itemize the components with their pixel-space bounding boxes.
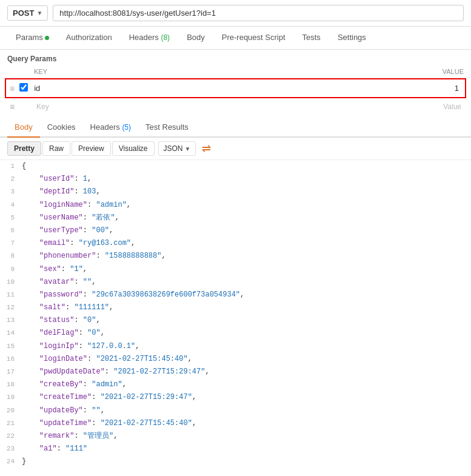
json-key: "loginIp" <box>39 342 79 350</box>
line-content: "sex": "1", <box>22 264 471 275</box>
json-key: "userName" <box>39 213 83 222</box>
json-value: "2021-02-27T15:45:40" <box>101 419 192 427</box>
tab-tests[interactable]: Tests <box>294 27 329 49</box>
wrap-icon[interactable]: ⇌ <box>202 142 211 155</box>
tab-authorization[interactable]: Authorization <box>58 27 121 49</box>
format-type-label: JSON <box>164 144 183 153</box>
line-number: 16 <box>0 354 22 365</box>
format-btn-preview[interactable]: Preview <box>72 141 111 156</box>
json-line: 2 "userId": 1, <box>0 173 471 186</box>
param-value-placeholder[interactable]: Value <box>413 102 461 111</box>
json-line: 14 "delFlag": "0", <box>0 327 471 340</box>
json-value: "2021-02-27T15:29:47" <box>113 367 205 376</box>
param-checkbox-cell[interactable] <box>17 82 32 95</box>
line-content: "email": "ry@163.com", <box>22 238 471 249</box>
tab-pre-request[interactable]: Pre-request Script <box>213 27 294 49</box>
param-key-placeholder[interactable]: Key <box>36 102 413 111</box>
line-number: 22 <box>0 431 22 442</box>
line-number: 11 <box>0 290 22 301</box>
format-btn-visualize[interactable]: Visualize <box>112 141 155 156</box>
json-value: "2021-02-27T15:45:40" <box>96 355 187 363</box>
tab-settings[interactable]: Settings <box>329 27 375 49</box>
param-row-highlighted: ≡ id 1 <box>5 78 466 98</box>
json-key: "phonenumber" <box>39 252 96 260</box>
param-value-value: 1 <box>455 84 459 93</box>
format-btn-raw[interactable]: Raw <box>42 141 70 156</box>
line-number: 4 <box>0 200 22 211</box>
line-content: "loginIp": "127.0.0.1", <box>22 341 471 352</box>
format-toolbar: Pretty Raw Preview Visualize JSON ▼ ⇌ <box>0 138 471 160</box>
json-line: 5 "userName": "若依", <box>0 212 471 224</box>
param-key-value: id <box>34 84 40 93</box>
sub-tab-headers[interactable]: Headers (5) <box>83 118 138 138</box>
json-line: 8 "phonenumber": "15888888888", <box>0 250 471 263</box>
json-key: "pwdUpdateDate" <box>39 367 105 376</box>
sub-tab-body[interactable]: Body <box>7 118 40 138</box>
line-number: 14 <box>0 328 22 339</box>
line-content: "phonenumber": "15888888888", <box>22 250 471 262</box>
json-line: 10 "avatar": "", <box>0 276 471 289</box>
json-line: 17 "pwdUpdateDate": "2021-02-27T15:29:47… <box>0 366 471 378</box>
param-checkbox[interactable] <box>19 83 28 92</box>
json-key: "createTime" <box>39 393 92 401</box>
line-number: 20 <box>0 406 22 417</box>
json-value: "111" <box>65 444 87 453</box>
line-number: 24 <box>0 457 22 468</box>
json-key: "updateBy" <box>39 406 83 415</box>
drag-handle-icon: ≡ <box>10 84 15 93</box>
json-value: "111111" <box>74 303 109 312</box>
line-content: "delFlag": "0", <box>22 327 471 339</box>
sub-tab-test-results[interactable]: Test Results <box>138 118 196 138</box>
json-value: "00" <box>92 226 109 235</box>
line-number: 5 <box>0 213 22 224</box>
line-content: "loginDate": "2021-02-27T15:45:40", <box>22 354 471 365</box>
json-value: "2021-02-27T15:29:47" <box>101 393 192 401</box>
tab-headers[interactable]: Headers (8) <box>121 27 178 49</box>
line-content: "status": "0", <box>22 315 471 326</box>
line-content: "userId": 1, <box>22 173 471 185</box>
json-key: "email" <box>39 239 70 247</box>
format-type-select[interactable]: JSON ▼ <box>158 141 196 156</box>
json-line: 4 "loginName": "admin", <box>0 199 471 212</box>
line-content: "password": "29c67a30398638269fe600f73a0… <box>22 289 471 301</box>
json-key: "deptId" <box>39 187 75 196</box>
param-empty-row: ≡ Key Value <box>0 99 471 114</box>
drag-handle-icon-2: ≡ <box>10 102 24 112</box>
json-response-area: 1{2 "userId": 1,3 "deptId": 103,4 "login… <box>0 160 471 475</box>
sub-tabs: Body Cookies Headers (5) Test Results <box>0 118 471 138</box>
json-line: 20 "updateBy": "", <box>0 404 471 417</box>
line-number: 9 <box>0 264 22 275</box>
line-number: 2 <box>0 174 22 185</box>
tab-body[interactable]: Body <box>178 27 213 49</box>
line-content: "createBy": "admin", <box>22 379 471 391</box>
url-input[interactable] <box>53 5 464 21</box>
json-line: 3 "deptId": 103, <box>0 186 471 198</box>
line-number: 12 <box>0 303 22 313</box>
line-number: 17 <box>0 367 22 378</box>
sub-tab-cookies[interactable]: Cookies <box>40 118 83 138</box>
method-select[interactable]: POST ▼ <box>7 5 48 21</box>
json-value: "15888888888" <box>105 252 162 260</box>
json-key: "status" <box>39 316 75 324</box>
line-content: "remark": "管理员", <box>22 431 471 442</box>
line-content: "pwdUpdateDate": "2021-02-27T15:29:47", <box>22 366 471 378</box>
method-chevron-icon: ▼ <box>36 10 42 16</box>
tab-params[interactable]: Params <box>7 27 58 49</box>
line-number: 18 <box>0 380 22 391</box>
method-label: POST <box>13 8 34 18</box>
json-value: "若依" <box>92 213 115 222</box>
json-key: "remark" <box>39 432 75 440</box>
line-content: "salt": "111111", <box>22 302 471 313</box>
format-btn-pretty[interactable]: Pretty <box>7 141 41 156</box>
line-number: 1 <box>0 161 22 172</box>
json-value: "0" <box>83 316 96 324</box>
line-number: 7 <box>0 238 22 249</box>
col-value-header: VALUE <box>415 68 464 75</box>
line-number: 21 <box>0 418 22 429</box>
query-params-label: Query Params <box>0 50 471 65</box>
json-key: "password" <box>39 290 83 299</box>
json-line: 7 "email": "ry@163.com", <box>0 237 471 250</box>
line-number: 23 <box>0 444 22 455</box>
json-line: 22 "remark": "管理员", <box>0 430 471 443</box>
line-content: "avatar": "", <box>22 277 471 288</box>
